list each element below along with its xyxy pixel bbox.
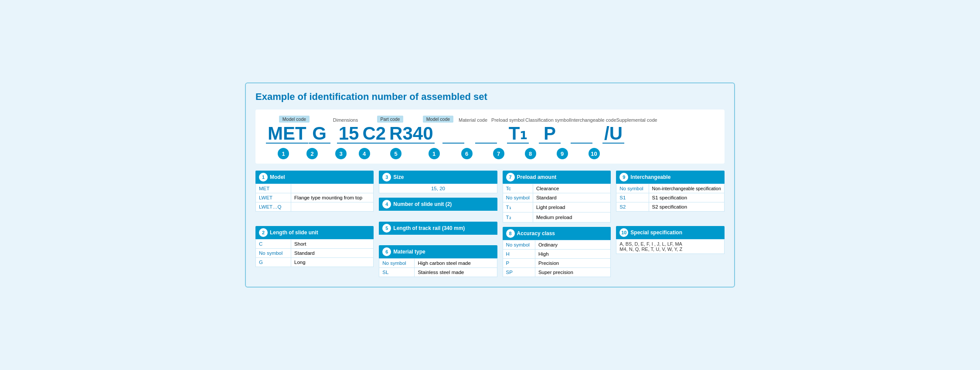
preload-row2-col1: No symbol: [503, 193, 533, 202]
table-row: 15, 20: [379, 184, 497, 193]
table-row: SL Stainless steel made: [379, 268, 497, 277]
circle-5: 5: [390, 148, 402, 159]
table-row: T₁ Light preload: [503, 202, 611, 212]
circle-6: 6: [461, 148, 473, 159]
preload-table-num: 7: [506, 173, 515, 182]
model-row2-col1: LWET: [256, 193, 291, 202]
length-row3-col2: Long: [291, 258, 374, 267]
length-row3-col1: G: [256, 258, 291, 267]
size-data-table: 15, 20: [379, 184, 497, 193]
interch-row1-col2: Non-interchangeable specification: [649, 184, 724, 193]
main-container: Example of identification number of asse…: [245, 82, 735, 288]
model-row1-col1: MET: [256, 184, 291, 193]
interchangeable-table-header: Interchangeable: [630, 174, 670, 180]
model-row2-col2: Flange type mounting from top: [291, 193, 374, 202]
table-row: LWET…Q: [256, 202, 374, 212]
label-classification-symbol: Classification symbol: [525, 117, 570, 123]
code-c2: C2: [361, 124, 388, 144]
table-row: Tc Clearance: [503, 184, 611, 193]
model-row1-col2: [291, 184, 374, 193]
length-row2-col2: Standard: [291, 249, 374, 258]
material-table-header: Material type: [393, 249, 425, 255]
code-met: MET: [266, 124, 308, 144]
interch-row1-col1: No symbol: [616, 184, 649, 193]
label-model-code-2: Model code: [423, 116, 453, 123]
label-supplemental-code: Supplemental code: [616, 117, 657, 123]
preload-row4-col2: Medium preload: [533, 212, 610, 223]
code-r340: R340: [388, 124, 435, 144]
table-row: S2 S2 specification: [616, 202, 725, 212]
model-data-table: MET LWET Flange type mounting from top L…: [255, 184, 374, 212]
interchangeable-table: 9 Interchangeable No symbol Non-intercha…: [616, 171, 725, 222]
tables-section: 1 Model MET LWET Flange type mounting fr…: [255, 171, 725, 277]
track-rail-table-num: 5: [382, 224, 391, 233]
label-part-code: Part code: [377, 116, 404, 123]
preload-row4-col1: T₂: [503, 212, 533, 223]
label-material-code: Material code: [459, 117, 487, 123]
table-row: MET: [256, 184, 374, 193]
interch-row3-col1: S2: [616, 202, 649, 212]
table-row: No symbol High carbon steel made: [379, 259, 497, 268]
length-table-num: 2: [259, 228, 268, 237]
material-table-num: 6: [382, 247, 391, 256]
accuracy-table-header: Accuracy class: [517, 230, 555, 236]
interchangeable-table-num: 9: [619, 173, 628, 182]
label-interchangeable-code: Interchangeable code: [570, 117, 616, 123]
accuracy-row3-col1: P: [503, 259, 535, 268]
material-row1-col1: No symbol: [379, 259, 415, 268]
slide-unit-num-table-num: 4: [382, 200, 391, 209]
table-row: No symbol Standard: [256, 249, 374, 258]
preload-row1-col2: Clearance: [533, 184, 610, 193]
accuracy-row2-col2: High: [535, 250, 610, 259]
preload-row3-col1: T₁: [503, 202, 533, 212]
table-row: No symbol Ordinary: [503, 240, 611, 250]
accuracy-table: 8 Accuracy class No symbol Ordinary H Hi…: [503, 227, 611, 277]
circle-10: 10: [589, 148, 600, 159]
table-row: No symbol Standard: [503, 193, 611, 202]
table-row: A, BS, D, E, F, I , J, L, LF, MA M4, N, …: [616, 240, 725, 254]
material-row1-col2: High carbon steel made: [415, 259, 497, 268]
material-row2-col1: SL: [379, 268, 415, 277]
code-slash-u: /U: [602, 124, 624, 144]
table-row: P Precision: [503, 259, 611, 268]
material-row2-col2: Stainless steel made: [415, 268, 497, 277]
size-table: 3 Size 15, 20: [379, 171, 497, 193]
circle-8: 8: [525, 148, 536, 159]
accuracy-row4-col2: Super precision: [535, 268, 610, 277]
interch-row3-col2: S2 specification: [649, 202, 724, 212]
interch-row2-col1: S1: [616, 193, 649, 202]
accuracy-row2-col1: H: [503, 250, 535, 259]
label-dimensions: Dimensions: [333, 117, 358, 123]
table-row: LWET Flange type mounting from top: [256, 193, 374, 202]
size-table-header: Size: [393, 174, 404, 180]
model-table-header: Model: [270, 174, 285, 180]
code-blank1: [442, 125, 464, 144]
code-blank3: [571, 125, 592, 144]
track-rail-header: Length of track rail (340 mm): [393, 225, 465, 231]
code-t1: T₁: [507, 124, 529, 144]
table-row: C Short: [256, 240, 374, 249]
special-value: A, BS, D, E, F, I , J, L, LF, MA M4, N, …: [616, 240, 725, 254]
page-title: Example of identification number of asse…: [255, 91, 725, 103]
table-row: S1 S1 specification: [616, 193, 725, 202]
model-table-num: 1: [259, 173, 268, 182]
length-row2-col1: No symbol: [256, 249, 291, 258]
circle-4: 4: [359, 148, 370, 159]
preload-data-table: Tc Clearance No symbol Standard T₁ Light…: [503, 184, 611, 223]
label-model-code-1: Model code: [279, 116, 310, 123]
circle-1a: 1: [278, 148, 289, 159]
circle-2: 2: [306, 148, 318, 159]
code-blank2: [475, 125, 497, 144]
accuracy-row3-col2: Precision: [535, 259, 610, 268]
table-row: H High: [503, 250, 611, 259]
size-table-num: 3: [382, 173, 391, 182]
model-table: 1 Model MET LWET Flange type mounting fr…: [255, 171, 374, 222]
slide-unit-num-table: 4 Number of slide unit (2): [379, 198, 497, 217]
preload-row2-col2: Standard: [533, 193, 610, 202]
length-table-header: Length of slide unit: [270, 230, 318, 236]
interchangeable-data-table: No symbol Non-interchangeable specificat…: [616, 184, 725, 212]
circle-1b: 1: [429, 148, 440, 159]
preload-row3-col2: Light preload: [533, 202, 610, 212]
circle-7: 7: [493, 148, 504, 159]
length-table: 2 Length of slide unit C Short No symbol…: [255, 226, 374, 277]
